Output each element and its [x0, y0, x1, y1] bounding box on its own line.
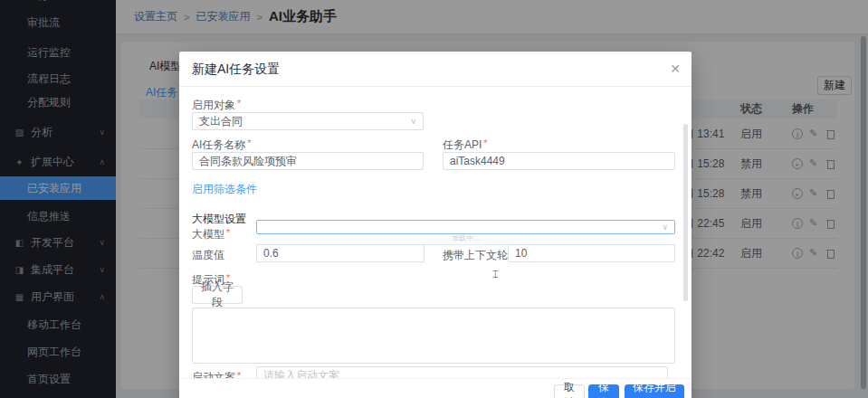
enable-target-label: 启用对象 [192, 98, 241, 113]
insert-field-button[interactable]: 插入字段 [192, 286, 243, 304]
temperature-label: 温度值 [192, 248, 224, 263]
enable-target-select[interactable]: 支出合同 ∨ [192, 112, 424, 130]
save-button[interactable]: 保存 [588, 384, 619, 398]
chevron-down-icon: ∨ [662, 223, 668, 232]
prompt-textarea[interactable] [192, 308, 675, 364]
task-name-label: AI任务名称 [192, 137, 252, 153]
task-api-label: 任务API [443, 137, 488, 153]
cancel-button[interactable]: 取消 [554, 384, 585, 398]
save-and-enable-button[interactable]: 保存并启用 [625, 384, 684, 398]
dialog-header: 新建AI任务设置 ✕ [179, 52, 692, 87]
screen: 业务流 审批流 运行监控 流程日志 分配规则 ▨分析 ∨ ✦扩展中心 ∧ 已安装… [0, 0, 868, 398]
context-rounds-input[interactable]: 10 [508, 244, 675, 262]
text-cursor: ⌶ [492, 269, 499, 280]
launch-text-input[interactable]: 请输入启动文案 [256, 366, 668, 378]
model-label: 大模型 [192, 227, 230, 242]
task-api-input[interactable]: aiTask4449 [443, 152, 675, 170]
dialog-body: 启用对象 支出合同 ∨ AI任务名称 合同条款风险项预审 任务API aiTas… [179, 87, 692, 378]
dialog-title: 新建AI任务设置 [192, 52, 280, 87]
close-icon[interactable]: ✕ [670, 62, 681, 76]
dialog-footer: 取消 保存 保存并启用 [179, 378, 692, 398]
task-name-input[interactable]: 合同条款风险项预审 [192, 152, 424, 170]
enable-filter-link[interactable]: 启用筛选条件 [192, 182, 257, 197]
new-ai-task-dialog: 新建AI任务设置 ✕ 启用对象 支出合同 ∨ AI任务名称 合同条款风险项预审 … [179, 52, 692, 398]
model-select[interactable]: ∨ [256, 220, 675, 234]
chevron-down-icon: ∨ [410, 118, 416, 126]
temperature-input[interactable]: 0.6 [256, 244, 424, 262]
dialog-scrollbar[interactable] [683, 124, 688, 301]
model-section-label: 大模型设置 [192, 212, 246, 227]
launch-text-label: 启动文案 [192, 370, 241, 378]
